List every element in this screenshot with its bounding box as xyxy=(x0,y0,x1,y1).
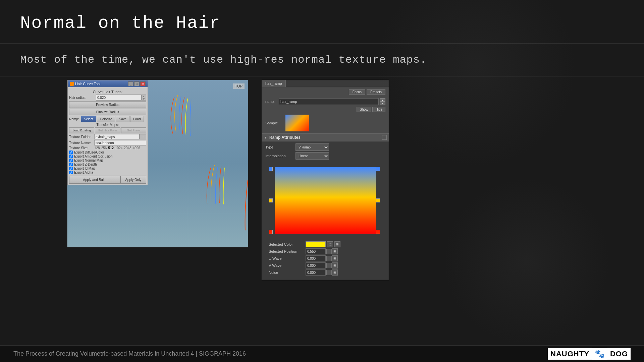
logo-paw-icon: 🐾 xyxy=(592,348,607,360)
ramp-row: Ramp: Select Colorize Save Load xyxy=(69,116,146,122)
focus-button[interactable]: Focus xyxy=(349,89,365,95)
export-diffuse-label: Export Diffuse/Color xyxy=(74,150,104,154)
dialog-body: Curve Hair Tubes: Hair radius: ▲ ▼ Previ… xyxy=(68,87,148,185)
color-stop-yellow-left[interactable] xyxy=(269,198,273,202)
color-pick-icon[interactable]: ⬚ xyxy=(327,241,333,247)
v-wave-input[interactable] xyxy=(306,262,326,268)
load-button[interactable]: Load xyxy=(130,116,144,122)
size-4096[interactable]: 4096 xyxy=(133,146,140,150)
noise-slider-icon[interactable] xyxy=(326,270,332,275)
v-wave-label: V Wave xyxy=(269,263,306,267)
ramp-label: Ramp: xyxy=(69,117,81,121)
hair-radius-spinner[interactable]: ▲ ▼ xyxy=(142,95,146,101)
minimize-button[interactable]: _ xyxy=(128,81,133,86)
size-1024[interactable]: 1024 xyxy=(115,146,122,150)
dialog-title: Hair Curve Tool xyxy=(75,82,101,86)
export-ao-label: Export Ambient Occlusion xyxy=(74,155,113,158)
u-wave-reset-icon[interactable]: ⊞ xyxy=(332,255,338,261)
color-stop-red-right[interactable] xyxy=(376,230,380,234)
sample-row: Sample xyxy=(262,113,389,133)
position-reset-icon[interactable]: ⊞ xyxy=(332,248,338,254)
size-256[interactable]: 256 xyxy=(101,146,107,150)
footer: The Process of Creating Volumetric-based… xyxy=(0,345,644,362)
noise-input[interactable] xyxy=(306,269,326,276)
type-select[interactable]: V Ramp xyxy=(296,143,329,151)
hide-button[interactable]: Hide xyxy=(372,107,385,112)
ramp-buttons: Select Colorize Save Load xyxy=(81,116,144,122)
selected-color-section: Selected Color ⬚ ⊞ Selected Position ⊞ xyxy=(265,240,385,278)
close-button[interactable]: ✕ xyxy=(140,81,146,86)
type-row: Type V Ramp xyxy=(265,143,385,151)
color-sample-icon[interactable]: ⊞ xyxy=(334,241,340,247)
folder-browse-button[interactable]: ... xyxy=(140,134,146,139)
selected-position-row: Selected Position ⊞ xyxy=(269,248,382,254)
gradient-container xyxy=(265,161,385,240)
save-button[interactable]: Save xyxy=(116,116,129,122)
interpolation-row: Interpolation Linear xyxy=(265,152,385,160)
u-wave-slider-icon[interactable] xyxy=(326,256,332,261)
color-stop-yellow-right[interactable] xyxy=(376,198,380,202)
preview-radius-button[interactable]: Preview Radius xyxy=(69,101,146,108)
v-wave-reset-icon[interactable]: ⊞ xyxy=(332,262,338,268)
texture-name-input[interactable] xyxy=(94,140,146,145)
sample-label: Sample xyxy=(265,121,285,125)
hair-curve-tool-dialog: Hair Curve Tool _ □ ✕ Curve Hair Tubes: … xyxy=(67,80,148,185)
position-slider-icon[interactable] xyxy=(326,249,332,254)
finalize-radius-button[interactable]: Finalize Radius xyxy=(69,109,146,115)
gradient-bar xyxy=(275,167,376,234)
title-icon xyxy=(70,82,74,86)
hair-radius-label: Hair radius: xyxy=(69,96,96,100)
ramp-name-input[interactable] xyxy=(279,98,379,105)
u-wave-input[interactable] xyxy=(306,255,326,261)
export-zdepth-row: Export Z-Depth xyxy=(69,163,146,166)
size-128[interactable]: 128 xyxy=(94,146,100,150)
ramp-attr-body: Type V Ramp Interpolation Linear xyxy=(262,141,389,280)
get-hair-polys-button[interactable]: Get Hair Polys xyxy=(95,127,120,133)
get-plane-button[interactable]: Get Plane xyxy=(121,127,146,133)
export-normal-checkbox[interactable] xyxy=(69,159,73,162)
interpolation-select[interactable]: Linear xyxy=(296,152,329,160)
maximize-button[interactable]: □ xyxy=(134,81,140,86)
hair-radius-input[interactable] xyxy=(96,95,142,101)
export-zdepth-checkbox[interactable] xyxy=(69,163,73,166)
selected-color-label: Selected Color xyxy=(269,242,306,246)
ramp-tab[interactable]: hair_ramp xyxy=(262,80,286,87)
export-alpha-label: Export Alpha xyxy=(74,171,93,174)
selected-position-input[interactable] xyxy=(306,248,326,254)
top-label: TOP xyxy=(233,83,245,89)
color-stop-red-left[interactable] xyxy=(269,230,273,234)
naughtydog-logo: NAUGHTY 🐾 DOG xyxy=(548,348,631,360)
show-button[interactable]: Show xyxy=(357,107,371,112)
transfer-buttons-row: Load Existing Get Hair Polys Get Plane xyxy=(69,127,146,133)
export-alpha-checkbox[interactable] xyxy=(69,171,73,174)
noise-label: Noise xyxy=(269,270,306,275)
selected-color-row: Selected Color ⬚ ⊞ xyxy=(269,241,382,247)
ramp-editor-panel: hair_ramp Focus Presets ramp: ▲ ▼ Show H… xyxy=(262,80,389,280)
dialog-titlebar: Hair Curve Tool _ □ ✕ xyxy=(68,80,148,87)
size-2048[interactable]: 2048 xyxy=(124,146,131,150)
noise-reset-icon[interactable]: ⊞ xyxy=(332,269,338,276)
size-512[interactable]: 512 xyxy=(108,146,114,150)
export-diffuse-checkbox[interactable] xyxy=(69,150,73,154)
color-stop-blue-right[interactable] xyxy=(376,167,380,171)
export-ao-row: Export Ambient Occlusion xyxy=(69,155,146,158)
select-button[interactable]: Select xyxy=(81,116,96,122)
texture-folder-label: Texture Folder: xyxy=(69,135,94,139)
logo-text-2: DOG xyxy=(607,348,631,360)
colorize-button[interactable]: Colorize xyxy=(97,116,115,122)
ramp-name-row: ramp: ▲ ▼ xyxy=(262,97,389,106)
apply-bake-button[interactable]: Apply and Bake xyxy=(69,176,120,184)
attr-collapse-icon[interactable] xyxy=(382,135,387,140)
export-ao-checkbox[interactable] xyxy=(69,155,73,158)
transfer-header: Transfer Maps: xyxy=(69,123,146,127)
selected-color-swatch[interactable] xyxy=(306,241,326,247)
apply-only-button[interactable]: Apply Only xyxy=(120,176,146,184)
v-wave-slider-icon[interactable] xyxy=(326,263,332,268)
export-diffuse-row: Export Diffuse/Color xyxy=(69,150,146,154)
export-idmap-checkbox[interactable] xyxy=(69,167,73,170)
texture-size-row: Texture Size: 128 256 512 1024 2048 4096 xyxy=(69,146,146,150)
color-stop-blue-left[interactable] xyxy=(269,167,273,171)
titlebar-controls: _ □ ✕ xyxy=(128,81,146,86)
texture-folder-input[interactable] xyxy=(94,134,140,139)
load-existing-button[interactable]: Load Existing xyxy=(69,127,94,133)
